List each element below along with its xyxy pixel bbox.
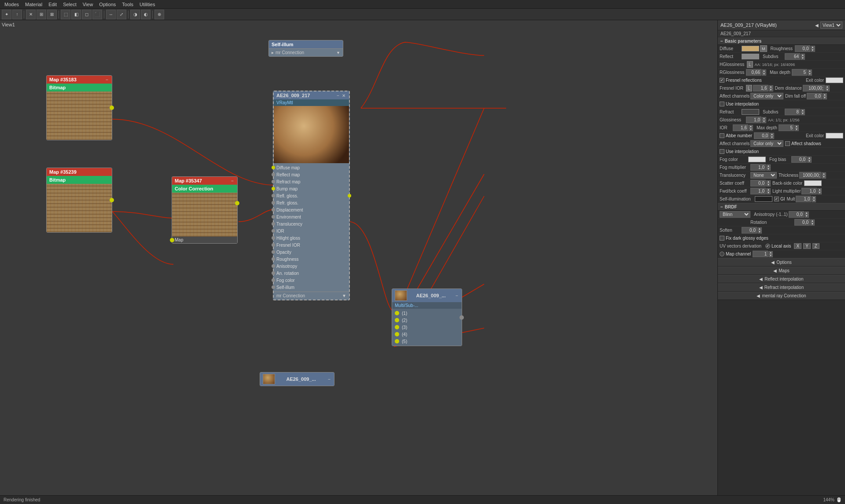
multisub-node[interactable]: AE26_009_... − Multi/Sub-... (1) (2) (3): [392, 289, 462, 346]
rotation-down[interactable]: ▼: [810, 223, 815, 226]
fwd-bck-down[interactable]: ▼: [766, 191, 771, 194]
menu-edit[interactable]: Edit: [46, 1, 59, 7]
msub-dot-4[interactable]: [395, 332, 399, 336]
view-select[interactable]: View1: [820, 22, 842, 29]
menu-view[interactable]: View: [80, 1, 96, 7]
exitcolor-swatch[interactable]: [826, 77, 843, 83]
reflect-interp-btn[interactable]: ◀ Reflect interpolation: [718, 275, 845, 283]
abbe-checkbox[interactable]: [720, 133, 724, 138]
maxdepth-up[interactable]: ▲: [808, 69, 812, 73]
fresnel-ior-up[interactable]: ▲: [769, 85, 773, 88]
map-channel-down[interactable]: ▼: [768, 254, 773, 257]
socket-an-rotation-dot[interactable]: [272, 271, 275, 275]
mental-ray-btn[interactable]: ◀ mental ray Connection: [718, 292, 845, 300]
refract-affect-channels-dropdown[interactable]: Color only: [750, 140, 783, 147]
local-axis-radio[interactable]: [765, 244, 770, 248]
colorcorrect-map-connector[interactable]: [170, 238, 174, 242]
refract-interp-btn[interactable]: ◀ Refract interpolation: [718, 283, 845, 292]
reflect-subdivs-input[interactable]: [785, 53, 800, 60]
ior-input[interactable]: [733, 124, 748, 131]
socket-refl-gloss-out[interactable]: [348, 194, 351, 197]
rglossiness-input[interactable]: [746, 69, 761, 76]
socket-roughness-dot[interactable]: [272, 257, 275, 261]
socket-fresnel-ior-dot[interactable]: [272, 243, 275, 247]
rglossiness-up[interactable]: ▲: [762, 69, 766, 73]
fix-dark-checkbox[interactable]: [720, 236, 724, 241]
fresnel-ior-down[interactable]: ▼: [769, 88, 773, 91]
affect-shadows-checkbox[interactable]: [785, 141, 790, 146]
fresnel-checkbox[interactable]: [720, 78, 724, 83]
panel-min-btn[interactable]: ◀: [814, 22, 819, 29]
map-channel-radio[interactable]: [720, 252, 724, 256]
dim-falloff-input[interactable]: [807, 93, 822, 99]
dim-falloff-up[interactable]: ▲: [823, 93, 827, 96]
toolbar-btn-7[interactable]: ◧: [71, 10, 81, 19]
fog-color-swatch[interactable]: [748, 157, 766, 162]
toolbar-btn-5[interactable]: ⊠: [47, 10, 57, 19]
toolbar-btn-10[interactable]: ↔: [106, 10, 116, 19]
maxdepth-down[interactable]: ▼: [808, 73, 812, 76]
toolbar-btn-13[interactable]: ◐: [141, 10, 151, 19]
fresnel-ior-input[interactable]: [753, 85, 768, 91]
refract-color-swatch[interactable]: [742, 109, 759, 115]
socket-environment-dot[interactable]: [272, 215, 275, 219]
refract-subdivs-down[interactable]: ▼: [801, 112, 805, 115]
socket-hilight-dot[interactable]: [272, 236, 275, 240]
affect-channels-dropdown[interactable]: Color only: [750, 93, 783, 99]
selfillum-node[interactable]: Self-illum ▸ mr Connection ▼: [268, 40, 343, 57]
map-channel-input[interactable]: [753, 251, 768, 257]
abbe-input[interactable]: [754, 132, 769, 139]
scatter-down[interactable]: ▼: [766, 183, 771, 186]
abbe-down[interactable]: ▼: [770, 136, 774, 139]
socket-translucency-dot[interactable]: [272, 222, 275, 226]
socket-refr-gloss-dot[interactable]: [272, 201, 275, 205]
dim-falloff-down[interactable]: ▼: [823, 96, 827, 99]
fwd-bck-input[interactable]: [750, 188, 766, 194]
scatter-up[interactable]: ▲: [766, 180, 771, 183]
rotation-input[interactable]: [794, 219, 810, 226]
colorcorrect-min-btn[interactable]: −: [230, 179, 235, 183]
fog-bias-up[interactable]: ▲: [807, 157, 812, 160]
fog-bias-down[interactable]: ▼: [807, 160, 812, 163]
use-interp-refract-checkbox[interactable]: [720, 149, 724, 154]
axis-y-btn[interactable]: Y: [803, 243, 811, 249]
gi-mult-down[interactable]: ▼: [812, 199, 816, 202]
refract-maxdepth-up[interactable]: ▲: [794, 125, 799, 128]
socket-fog-color-dot[interactable]: [272, 278, 275, 282]
maps-btn[interactable]: ◀ Maps: [718, 267, 845, 275]
menu-modes[interactable]: Modes: [2, 1, 22, 7]
self-illum-swatch[interactable]: [755, 196, 772, 202]
toolbar-btn-6[interactable]: ⬚: [61, 10, 70, 19]
light-mult-up[interactable]: ▲: [817, 188, 822, 191]
rotation-up[interactable]: ▲: [810, 219, 815, 223]
multisub-out-connector[interactable]: [459, 315, 464, 320]
reflect-subdivs-up[interactable]: ▲: [801, 54, 805, 57]
gi-checkbox[interactable]: [774, 197, 779, 201]
refract-gloss-up[interactable]: ▲: [762, 117, 766, 120]
maxdepth-input[interactable]: [792, 69, 807, 76]
hglossiness-l[interactable]: L: [747, 61, 753, 68]
toolbar-btn-3[interactable]: ✕: [26, 10, 36, 19]
refract-gloss-input[interactable]: [746, 117, 761, 123]
axis-x-btn[interactable]: X: [794, 243, 801, 249]
refract-maxdepth-down[interactable]: ▼: [794, 128, 799, 131]
menu-material[interactable]: Material: [22, 1, 45, 7]
socket-opacity-dot[interactable]: [272, 250, 275, 254]
refract-maxdepth-input[interactable]: [779, 124, 794, 131]
menu-select[interactable]: Select: [60, 1, 79, 7]
ior-up[interactable]: ▲: [749, 125, 753, 128]
socket-ior-dot[interactable]: [272, 229, 275, 233]
msub-dot-2[interactable]: [395, 318, 399, 322]
toolbar-btn-2[interactable]: ↑: [12, 10, 22, 19]
dem-distance-up[interactable]: ▲: [825, 85, 830, 88]
main-ae26-node[interactable]: AE26_009_217 − ✕ VRayMtl Diffuse map: [273, 91, 350, 300]
fog-multiplier-down[interactable]: ▼: [766, 168, 771, 171]
socket-diffuse-dot[interactable]: [272, 166, 275, 169]
refract-subdivs-input[interactable]: [785, 109, 800, 115]
toolbar-btn-4[interactable]: ⊞: [37, 10, 46, 19]
socket-reflect-dot[interactable]: [272, 173, 275, 176]
abbe-up[interactable]: ▲: [770, 133, 774, 136]
light-mult-down[interactable]: ▼: [817, 191, 822, 194]
map-channel-up[interactable]: ▲: [768, 251, 773, 254]
socket-bump-dot[interactable]: [272, 187, 275, 190]
